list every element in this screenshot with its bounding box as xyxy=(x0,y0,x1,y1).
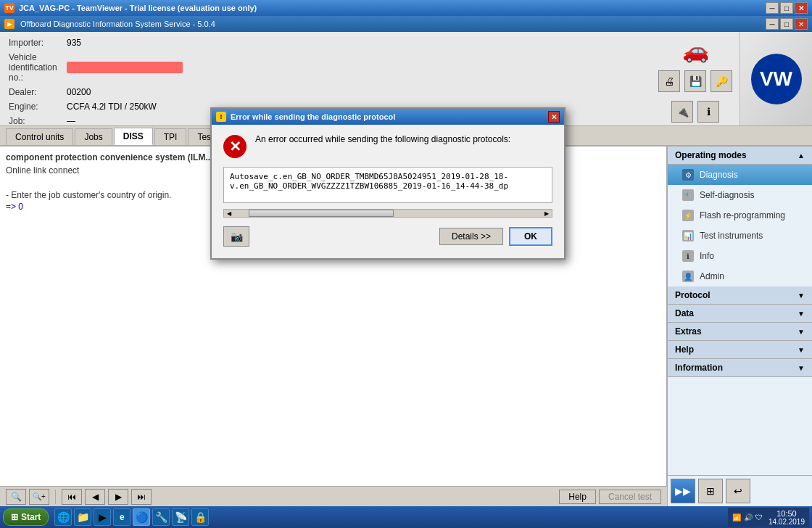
scroll-right-button[interactable]: ▶ xyxy=(542,210,552,217)
modal-close-button[interactable]: ✕ xyxy=(548,111,560,123)
modal-title-bar: ! Error while sending the diagnostic pro… xyxy=(212,109,564,125)
modal-title-text: Error while sending the diagnostic proto… xyxy=(231,112,395,121)
modal-error-icon: ✕ xyxy=(223,135,246,158)
modal-title-left: ! Error while sending the diagnostic pro… xyxy=(216,112,395,122)
modal-content: ✕ An error occurred while sending the fo… xyxy=(212,125,564,258)
screenshot-button[interactable]: 📷 xyxy=(223,226,249,247)
scroll-thumb[interactable] xyxy=(249,210,394,217)
modal-message: An error occurred while sending the foll… xyxy=(255,133,510,146)
modal-scrollbar[interactable]: ◀ ▶ xyxy=(223,209,552,218)
details-button[interactable]: Details >> xyxy=(439,228,503,245)
modal-text-area: Autosave_c.en_GB_NO_ORDER_TMBMD65J8A5024… xyxy=(223,167,552,203)
modal-warning-icon: ! xyxy=(216,112,226,122)
modal-content-text: Autosave_c.en_GB_NO_ORDER_TMBMD65J8A5024… xyxy=(230,172,508,191)
modal-top-row: ✕ An error occurred while sending the fo… xyxy=(223,133,552,158)
modal-dialog: ! Error while sending the diagnostic pro… xyxy=(210,107,566,260)
modal-buttons: 📷 Details >> OK xyxy=(223,226,552,249)
scroll-left-button[interactable]: ◀ xyxy=(224,210,234,217)
ok-button[interactable]: OK xyxy=(509,227,552,246)
modal-overlay: ! Error while sending the diagnostic pro… xyxy=(0,0,812,528)
